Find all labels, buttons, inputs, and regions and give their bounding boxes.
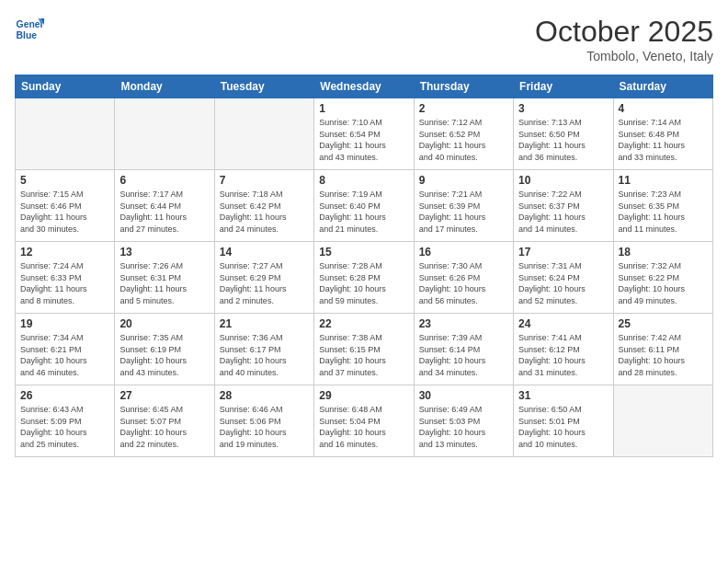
calendar-week-row: 26Sunrise: 6:43 AM Sunset: 5:09 PM Dayli… [16,385,713,457]
day-info: Sunrise: 7:22 AM Sunset: 6:37 PM Dayligh… [518,189,608,235]
table-row [115,98,214,170]
day-number: 3 [518,102,608,115]
day-info: Sunrise: 7:13 AM Sunset: 6:50 PM Dayligh… [518,117,608,163]
calendar-table: Sunday Monday Tuesday Wednesday Thursday… [15,75,713,457]
day-number: 15 [319,246,408,259]
day-info: Sunrise: 6:48 AM Sunset: 5:04 PM Dayligh… [319,404,408,450]
day-info: Sunrise: 7:42 AM Sunset: 6:11 PM Dayligh… [619,332,708,378]
calendar-title: October 2025 [535,15,713,49]
day-number: 12 [20,246,109,259]
day-number: 13 [119,246,209,259]
day-info: Sunrise: 7:30 AM Sunset: 6:26 PM Dayligh… [419,260,508,306]
day-info: Sunrise: 7:41 AM Sunset: 6:12 PM Dayligh… [518,332,608,378]
day-info: Sunrise: 7:38 AM Sunset: 6:15 PM Dayligh… [319,332,408,378]
day-info: Sunrise: 6:50 AM Sunset: 5:01 PM Dayligh… [518,404,608,450]
day-number: 31 [518,389,608,402]
day-info: Sunrise: 7:36 AM Sunset: 6:17 PM Dayligh… [220,332,309,378]
day-number: 24 [518,317,608,330]
logo: General Blue [15,15,48,44]
day-info: Sunrise: 7:24 AM Sunset: 6:33 PM Dayligh… [20,260,109,306]
day-number: 17 [518,246,608,259]
table-row: 4Sunrise: 7:14 AM Sunset: 6:48 PM Daylig… [613,98,712,170]
day-number: 7 [220,174,309,187]
table-row: 22Sunrise: 7:38 AM Sunset: 6:15 PM Dayli… [314,314,414,385]
table-row: 16Sunrise: 7:30 AM Sunset: 6:26 PM Dayli… [414,242,513,314]
calendar-week-row: 19Sunrise: 7:34 AM Sunset: 6:21 PM Dayli… [16,314,713,385]
table-row: 24Sunrise: 7:41 AM Sunset: 6:12 PM Dayli… [514,314,613,385]
calendar-week-row: 1Sunrise: 7:10 AM Sunset: 6:54 PM Daylig… [16,98,713,170]
day-number: 23 [419,317,508,330]
logo-icon: General Blue [15,15,44,44]
table-row: 31Sunrise: 6:50 AM Sunset: 5:01 PM Dayli… [514,385,613,457]
day-number: 5 [20,174,109,187]
header: General Blue October 2025 Tombolo, Venet… [15,15,713,63]
day-info: Sunrise: 7:15 AM Sunset: 6:46 PM Dayligh… [20,189,109,235]
day-info: Sunrise: 6:45 AM Sunset: 5:07 PM Dayligh… [119,404,209,450]
day-header-row: Sunday Monday Tuesday Wednesday Thursday… [16,75,713,98]
table-row: 14Sunrise: 7:27 AM Sunset: 6:29 PM Dayli… [214,242,313,314]
day-number: 1 [319,102,408,115]
table-row: 13Sunrise: 7:26 AM Sunset: 6:31 PM Dayli… [115,242,214,314]
day-info: Sunrise: 7:31 AM Sunset: 6:24 PM Dayligh… [518,260,608,306]
day-info: Sunrise: 7:21 AM Sunset: 6:39 PM Dayligh… [419,189,508,235]
table-row: 19Sunrise: 7:34 AM Sunset: 6:21 PM Dayli… [16,314,115,385]
day-number: 18 [619,246,708,259]
table-row [613,385,712,457]
day-number: 2 [419,102,508,115]
day-number: 4 [619,102,708,115]
day-info: Sunrise: 7:10 AM Sunset: 6:54 PM Dayligh… [319,117,408,163]
day-info: Sunrise: 7:39 AM Sunset: 6:14 PM Dayligh… [419,332,508,378]
day-info: Sunrise: 7:27 AM Sunset: 6:29 PM Dayligh… [220,260,309,306]
day-number: 19 [20,317,109,330]
day-info: Sunrise: 7:14 AM Sunset: 6:48 PM Dayligh… [619,117,708,163]
calendar-week-row: 5Sunrise: 7:15 AM Sunset: 6:46 PM Daylig… [16,170,713,242]
table-row: 2Sunrise: 7:12 AM Sunset: 6:52 PM Daylig… [414,98,513,170]
day-info: Sunrise: 6:49 AM Sunset: 5:03 PM Dayligh… [419,404,508,450]
day-info: Sunrise: 7:18 AM Sunset: 6:42 PM Dayligh… [220,189,309,235]
day-info: Sunrise: 7:12 AM Sunset: 6:52 PM Dayligh… [419,117,508,163]
calendar-week-row: 12Sunrise: 7:24 AM Sunset: 6:33 PM Dayli… [16,242,713,314]
header-saturday: Saturday [613,75,712,98]
table-row: 28Sunrise: 6:46 AM Sunset: 5:06 PM Dayli… [214,385,313,457]
day-number: 26 [20,389,109,402]
day-number: 9 [419,174,508,187]
table-row: 7Sunrise: 7:18 AM Sunset: 6:42 PM Daylig… [214,170,313,242]
table-row: 26Sunrise: 6:43 AM Sunset: 5:09 PM Dayli… [16,385,115,457]
table-row: 27Sunrise: 6:45 AM Sunset: 5:07 PM Dayli… [115,385,214,457]
day-info: Sunrise: 7:35 AM Sunset: 6:19 PM Dayligh… [119,332,209,378]
day-number: 16 [419,246,508,259]
table-row: 10Sunrise: 7:22 AM Sunset: 6:37 PM Dayli… [514,170,613,242]
header-thursday: Thursday [414,75,513,98]
table-row: 1Sunrise: 7:10 AM Sunset: 6:54 PM Daylig… [314,98,414,170]
table-row: 15Sunrise: 7:28 AM Sunset: 6:28 PM Dayli… [314,242,414,314]
day-number: 28 [220,389,309,402]
day-info: Sunrise: 7:23 AM Sunset: 6:35 PM Dayligh… [619,189,708,235]
table-row: 3Sunrise: 7:13 AM Sunset: 6:50 PM Daylig… [514,98,613,170]
day-number: 20 [119,317,209,330]
table-row: 17Sunrise: 7:31 AM Sunset: 6:24 PM Dayli… [514,242,613,314]
table-row: 30Sunrise: 6:49 AM Sunset: 5:03 PM Dayli… [414,385,513,457]
table-row: 8Sunrise: 7:19 AM Sunset: 6:40 PM Daylig… [314,170,414,242]
calendar-page: General Blue October 2025 Tombolo, Venet… [0,0,728,563]
calendar-subtitle: Tombolo, Veneto, Italy [535,49,713,63]
day-info: Sunrise: 7:19 AM Sunset: 6:40 PM Dayligh… [319,189,408,235]
day-number: 25 [619,317,708,330]
day-number: 29 [319,389,408,402]
day-info: Sunrise: 6:43 AM Sunset: 5:09 PM Dayligh… [20,404,109,450]
day-info: Sunrise: 7:32 AM Sunset: 6:22 PM Dayligh… [619,260,708,306]
title-block: October 2025 Tombolo, Veneto, Italy [535,15,713,63]
day-number: 6 [119,174,209,187]
day-number: 27 [119,389,209,402]
header-tuesday: Tuesday [214,75,313,98]
table-row: 5Sunrise: 7:15 AM Sunset: 6:46 PM Daylig… [16,170,115,242]
day-number: 22 [319,317,408,330]
day-info: Sunrise: 7:17 AM Sunset: 6:44 PM Dayligh… [119,189,209,235]
table-row: 6Sunrise: 7:17 AM Sunset: 6:44 PM Daylig… [115,170,214,242]
table-row: 29Sunrise: 6:48 AM Sunset: 5:04 PM Dayli… [314,385,414,457]
table-row: 21Sunrise: 7:36 AM Sunset: 6:17 PM Dayli… [214,314,313,385]
day-info: Sunrise: 7:26 AM Sunset: 6:31 PM Dayligh… [119,260,209,306]
day-info: Sunrise: 7:34 AM Sunset: 6:21 PM Dayligh… [20,332,109,378]
header-wednesday: Wednesday [314,75,414,98]
day-number: 30 [419,389,508,402]
day-number: 10 [518,174,608,187]
